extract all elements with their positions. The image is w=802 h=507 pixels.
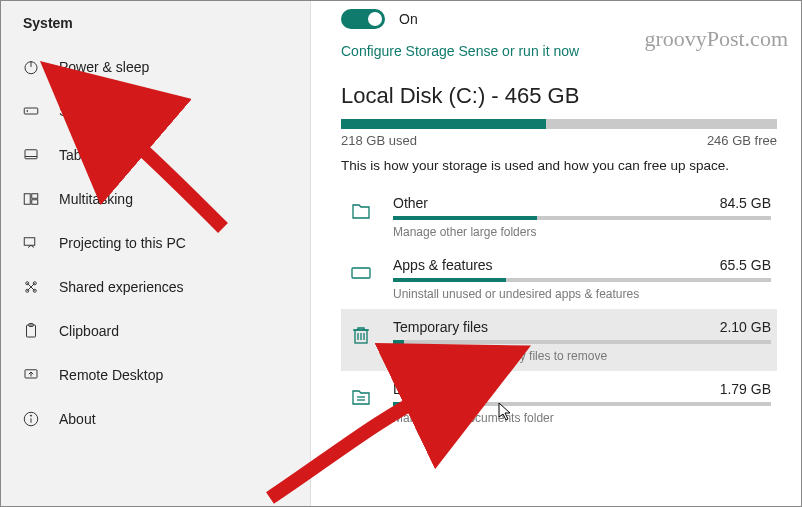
apps-icon (347, 259, 375, 287)
remote-desktop-icon (21, 365, 41, 385)
category-size: 1.79 GB (720, 381, 771, 397)
sidebar-item-projecting[interactable]: Projecting to this PC (13, 221, 302, 265)
svg-rect-9 (24, 238, 35, 246)
disk-usage-fill (341, 119, 546, 129)
storage-explain: This is how your storage is used and how… (341, 158, 777, 173)
svg-point-20 (30, 415, 31, 416)
disk-heading: Local Disk (C:) - 465 GB (341, 83, 777, 109)
category-size: 84.5 GB (720, 195, 771, 211)
sidebar-item-label: About (59, 411, 96, 427)
sidebar-title: System (5, 9, 310, 45)
sidebar-item-about[interactable]: About (13, 397, 302, 441)
category-desc: Choose which temporary files to remove (393, 349, 771, 363)
shared-experiences-icon (21, 277, 41, 297)
tablet-icon (21, 145, 41, 165)
category-bar (393, 216, 771, 220)
category-name: Apps & features (393, 257, 493, 273)
sidebar-item-label: Shared experiences (59, 279, 184, 295)
category-bar (393, 340, 771, 344)
sidebar-item-label: Remote Desktop (59, 367, 163, 383)
category-name: Documents (393, 381, 464, 397)
clipboard-icon (21, 321, 41, 341)
configure-storage-sense-link[interactable]: Configure Storage Sense or run it now (341, 43, 579, 59)
about-icon (21, 409, 41, 429)
storage-main: On Configure Storage Sense or run it now… (311, 1, 801, 506)
category-apps[interactable]: Apps & features 65.5 GB Uninstall unused… (341, 247, 777, 309)
category-desc: Manage other large folders (393, 225, 771, 239)
category-temporary-files[interactable]: Temporary files 2.10 GB Choose which tem… (341, 309, 777, 371)
sidebar-item-power-sleep[interactable]: Power & sleep (13, 45, 302, 89)
sidebar-item-tablet[interactable]: Tablet (13, 133, 302, 177)
category-other[interactable]: Other 84.5 GB Manage other large folders (341, 185, 777, 247)
sidebar-item-multitasking[interactable]: Multitasking (13, 177, 302, 221)
category-desc: Manage the Documents folder (393, 411, 771, 425)
trash-icon (347, 321, 375, 349)
svg-rect-2 (24, 108, 38, 114)
svg-rect-4 (25, 150, 37, 159)
category-desc: Uninstall unused or undesired apps & fea… (393, 287, 771, 301)
svg-rect-7 (32, 194, 38, 199)
storage-sense-toggle[interactable] (341, 9, 385, 29)
category-documents[interactable]: Documents 1.79 GB Manage the Documents f… (341, 371, 777, 433)
category-name: Other (393, 195, 428, 211)
folder-icon (347, 197, 375, 225)
category-name: Temporary files (393, 319, 488, 335)
svg-rect-6 (24, 194, 30, 205)
sidebar-item-label: Multitasking (59, 191, 133, 207)
svg-point-3 (27, 111, 28, 112)
disk-used-text: 218 GB used (341, 133, 417, 148)
storage-icon (21, 101, 41, 121)
sidebar-item-label: Clipboard (59, 323, 119, 339)
sidebar-item-label: Storage (59, 103, 108, 119)
disk-free-text: 246 GB free (707, 133, 777, 148)
category-bar (393, 278, 771, 282)
sidebar-item-label: Tablet (59, 147, 96, 163)
category-bar (393, 402, 771, 406)
sidebar-item-storage[interactable]: Storage (13, 89, 302, 133)
multitasking-icon (21, 189, 41, 209)
svg-rect-21 (352, 268, 370, 278)
category-size: 2.10 GB (720, 319, 771, 335)
sidebar-item-clipboard[interactable]: Clipboard (13, 309, 302, 353)
documents-icon (347, 383, 375, 411)
category-size: 65.5 GB (720, 257, 771, 273)
sidebar-item-shared-experiences[interactable]: Shared experiences (13, 265, 302, 309)
sidebar-item-remote-desktop[interactable]: Remote Desktop (13, 353, 302, 397)
sidebar-item-label: Power & sleep (59, 59, 149, 75)
disk-usage-bar (341, 119, 777, 129)
svg-rect-8 (32, 200, 38, 205)
storage-sense-toggle-label: On (399, 11, 418, 27)
power-icon (21, 57, 41, 77)
projecting-icon (21, 233, 41, 253)
sidebar: System Power & sleep Storage Tablet Mult… (1, 1, 311, 506)
sidebar-item-label: Projecting to this PC (59, 235, 186, 251)
